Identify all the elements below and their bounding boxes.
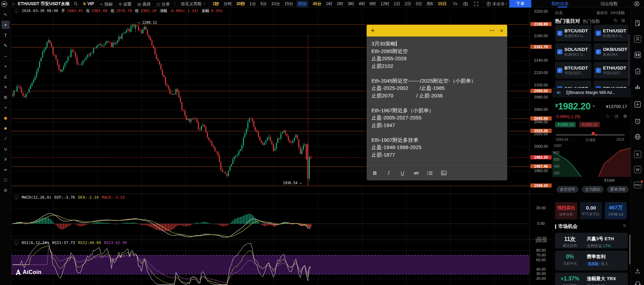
sticky-note[interactable]: + ⋯ × 3月30策略Eth-2085附近空止盈2055-2028止损2102… — [367, 25, 507, 180]
depth-chart[interactable] — [552, 144, 631, 177]
crosshair-tool[interactable]: + — [1, 21, 10, 29]
range-marker-dot[interactable] — [592, 132, 595, 135]
sticker-tool[interactable]: ■ — [1, 124, 10, 132]
trendline-tool[interactable]: ↔ — [1, 52, 10, 60]
col-watchlist[interactable]: 自选 — [555, 10, 563, 15]
sidebar-scrollbar[interactable] — [630, 235, 630, 264]
refresh-icon[interactable]: ↻ — [623, 223, 626, 228]
collapse-icon[interactable]: ⌄ — [14, 241, 19, 245]
ruler-tool[interactable]: ∕ — [1, 134, 10, 142]
refresh-icon[interactable]: ↻ — [614, 18, 617, 23]
menu-指标[interactable]: ∿指标 — [100, 1, 113, 7]
pair-card[interactable]: ✓BTC/USDT欧易OKX U.. — [555, 25, 591, 41]
tab-composite-index[interactable]: 综合指数 — [595, 0, 623, 8]
emoji-brush-tool[interactable]: ◆ — [1, 114, 10, 122]
pair-card[interactable]: ✓BTC/USDT币安USDT.. — [555, 62, 591, 78]
alarm-icon[interactable] — [631, 118, 644, 124]
timeframe-分时[interactable]: 分时 — [224, 1, 232, 7]
wave-tool[interactable]: ≈ — [1, 103, 10, 112]
fullscreen-icon[interactable] — [474, 0, 478, 8]
checkbox-icon[interactable]: ✓ — [557, 31, 562, 36]
layout-select[interactable]: 未命名 ˅ — [487, 0, 507, 8]
globe-icon[interactable] — [631, 134, 644, 140]
note-more-icon[interactable]: ⋯ — [489, 28, 494, 34]
opportunity-card[interactable]: +1.37%24H涨幅涨幅最大 TRX现价 ¥2.22 — [555, 273, 628, 285]
angle-tool[interactable]: ∠ — [1, 72, 10, 81]
aicoin-logo-icon[interactable]: ac — [1, 1, 7, 7]
note-header[interactable]: + ⋯ × — [367, 25, 507, 36]
checkbox-icon[interactable]: ✓ — [596, 31, 601, 36]
timeframe-10分[interactable]: 10分 — [271, 1, 280, 7]
underline-icon[interactable]: U — [398, 169, 407, 178]
snapshot-tool[interactable]: □ — [1, 176, 10, 184]
text-tool[interactable]: T — [1, 31, 10, 39]
day-range-slider[interactable] — [556, 134, 625, 136]
avatar-icon[interactable] — [634, 0, 640, 8]
hot-pairs-title[interactable]: 热门项目对 — [555, 18, 580, 24]
list-icon[interactable] — [425, 169, 435, 178]
menu-设置[interactable]: ⚙设置 — [119, 1, 132, 7]
stat-card[interactable]: 467万24H爆仓$ — [605, 202, 627, 219]
timeframe-3时[interactable]: 3时 — [348, 1, 354, 7]
symbol-title[interactable]: ETH/USDT 币安USDT永续 — [18, 1, 70, 7]
timeframe-1秒[interactable]: 1秒 — [213, 1, 219, 7]
checkbox-icon[interactable]: ✓ — [596, 68, 601, 73]
italic-icon[interactable]: I — [384, 169, 393, 178]
magnet-tool[interactable]: ∪ — [1, 145, 10, 153]
search-icon[interactable] — [74, 2, 78, 6]
button-多空信号[interactable]: 多空信号 — [556, 186, 579, 193]
opportunity-card[interactable]: 11次最近连胜共赢3号 ETH连胜收益 17% — [555, 233, 628, 249]
timeframe-8时[interactable]: 8时 — [370, 1, 376, 7]
pro-icon[interactable]: PRO — [631, 182, 644, 188]
orders-icon[interactable] — [631, 68, 644, 74]
pencil-tool[interactable]: ✎ — [1, 41, 10, 50]
col-last-price[interactable]: 最新价 — [596, 10, 608, 15]
pair-card[interactable]: ✓ETH/USDT币安USDT.. — [594, 62, 628, 78]
eraser-tool[interactable]: ⊘ — [1, 186, 10, 194]
add-box-icon[interactable] — [631, 101, 644, 108]
timeframe-12时[interactable]: 12时 — [380, 1, 389, 7]
timeframe-2日[interactable]: 2日 — [405, 1, 411, 7]
collapse-icon[interactable]: ⌄ — [14, 195, 19, 200]
favorite-star-icon[interactable]: ☆ — [11, 1, 16, 7]
timeframe-5分[interactable]: 5分 — [260, 1, 267, 7]
checkbox-icon[interactable]: ✓ — [557, 49, 562, 54]
timeframe-3日[interactable]: 3日 — [416, 1, 422, 7]
kline-icon[interactable] — [631, 52, 644, 58]
ticker-price[interactable]: ₮1982.20˅ — [555, 101, 595, 112]
bold-icon[interactable]: B — [370, 169, 380, 178]
strikethrough-icon[interactable]: ab — [411, 169, 421, 178]
pair-card[interactable]: ✓ETH/USDT — [594, 81, 628, 88]
cross-line-tool[interactable]: × — [1, 62, 10, 70]
timeframe-1分[interactable]: 1分 — [249, 1, 256, 7]
download-icon[interactable] — [631, 268, 644, 274]
timeframe-45分[interactable]: 45分 — [313, 1, 321, 7]
timeframe-2时[interactable]: 2时 — [337, 1, 343, 7]
note-body[interactable]: 3月30策略Eth-2085附近空止盈2055-2028止损2102Eth-20… — [367, 36, 507, 165]
pairs-scrollbar[interactable] — [628, 34, 630, 86]
collapse-icon[interactable]: ⌄ — [14, 9, 19, 13]
opportunity-card[interactable]: 0%当前年化费率套利低风险 投入 — [555, 251, 628, 271]
pair-card[interactable]: ✓ETH/USDT欧易OKX U.. — [594, 25, 628, 41]
timeframe-30分[interactable]: 30分 — [297, 1, 308, 7]
order-button[interactable]: 下单 — [509, 0, 531, 8]
timeframe-1时[interactable]: 1时 — [326, 1, 333, 7]
button-主力跟踪[interactable]: 主力跟踪 — [582, 186, 604, 193]
menu-高级[interactable]: ▤高级 — [137, 1, 151, 7]
image-icon[interactable] — [439, 169, 449, 178]
note-close-icon[interactable]: × — [500, 28, 503, 34]
checkbox-icon[interactable]: ✓ — [596, 49, 601, 54]
timeframe-4时[interactable]: 4时 — [359, 1, 365, 7]
timeframe-15分[interactable]: 15分 — [285, 1, 293, 7]
fibonacci-tool[interactable]: ≣ — [1, 93, 10, 101]
pair-card[interactable]: ✓SOL/USDT — [555, 81, 591, 88]
custom-period-button[interactable]: 自定义周期 ˅ — [181, 1, 205, 7]
screenshot-icon[interactable] — [463, 0, 468, 8]
w-icon[interactable]: W — [631, 166, 644, 173]
timeframe-30秒[interactable]: 30秒 — [236, 1, 245, 7]
watchlist-edit-icon[interactable] — [631, 20, 644, 26]
stat-card[interactable]: 0.00BTC多空比 — [580, 202, 602, 219]
pair-card[interactable]: ✓SOL/USDT欧易OKX U.. — [555, 43, 591, 60]
button-委单详情[interactable]: 委单详情 — [607, 186, 629, 193]
col-24h-change[interactable]: 24H涨幅 — [610, 10, 625, 15]
